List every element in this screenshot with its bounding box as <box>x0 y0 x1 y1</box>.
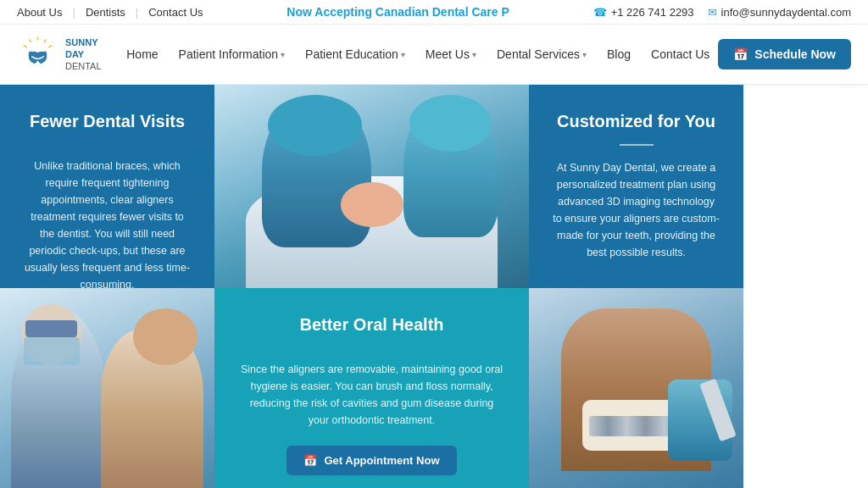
calendar-icon: 📅 <box>733 47 748 61</box>
svg-line-2 <box>48 45 52 47</box>
nav-blog[interactable]: Blog <box>598 42 639 66</box>
better-health-card: Better Oral Health Since the aligners ar… <box>214 288 529 488</box>
better-health-title: Better Oral Health <box>299 313 443 336</box>
logo-icon <box>17 33 58 75</box>
nav-meet-us[interactable]: Meet Us ▾ <box>417 42 485 66</box>
phone-icon: ☎ <box>593 6 607 19</box>
svg-line-3 <box>30 39 31 42</box>
announcement-text: Now Accepting Canadian Dental Care P <box>203 5 593 19</box>
main-nav: Home Patient Information ▾ Patient Educa… <box>118 42 718 66</box>
chevron-down-icon: ▾ <box>582 50 587 59</box>
svg-line-4 <box>24 45 27 47</box>
customized-card: Customized for You At Sunny Day Dental, … <box>529 85 743 288</box>
customized-text: At Sunny Day Dental, we create a persona… <box>553 159 720 261</box>
top-bar: About Us | Dentists | Contact Us Now Acc… <box>0 0 868 25</box>
chevron-down-icon: ▾ <box>472 50 476 59</box>
nav-contact[interactable]: Contact Us <box>643 42 718 66</box>
calendar-icon-2: 📅 <box>303 454 317 467</box>
braces-image <box>529 288 743 488</box>
get-appointment-button[interactable]: 📅 Get Appointment Now <box>287 446 456 475</box>
separator-1: | <box>72 6 75 19</box>
dentist-patient-image <box>0 288 214 488</box>
email-info: ✉ info@sunnydaydental.com <box>708 6 851 19</box>
topbar-about-link[interactable]: About Us <box>17 6 62 19</box>
nav-patient-edu[interactable]: Patient Education ▾ <box>297 42 414 66</box>
topbar-contact-link[interactable]: Contact Us <box>148 6 203 19</box>
schedule-now-button[interactable]: 📅 Schedule Now <box>718 39 851 69</box>
nav-home[interactable]: Home <box>118 42 166 66</box>
top-bar-contact: ☎ +1 226 741 2293 ✉ info@sunnydaydental.… <box>593 6 851 19</box>
fewer-visits-card: Fewer Dental Visits Unlike traditional b… <box>0 85 214 288</box>
fewer-visits-title: Fewer Dental Visits <box>30 110 185 132</box>
topbar-dentists-link[interactable]: Dentists <box>86 6 125 19</box>
chevron-down-icon: ▾ <box>281 50 285 59</box>
separator-2: | <box>136 6 138 19</box>
phone-info: ☎ +1 226 741 2293 <box>593 6 694 19</box>
phone-number: +1 226 741 2293 <box>611 6 694 19</box>
svg-line-1 <box>44 39 46 42</box>
dental-procedure-image <box>214 85 529 288</box>
chevron-down-icon: ▾ <box>401 50 405 59</box>
better-health-text: Since the aligners are removable, mainta… <box>238 361 505 429</box>
fewer-visits-text: Unlike traditional braces, which require… <box>24 158 191 288</box>
customized-title: Customized for You <box>557 110 715 132</box>
card-divider-2 <box>620 144 654 146</box>
logo[interactable]: SUNNY DAY DENTAL <box>17 33 118 75</box>
email-icon: ✉ <box>708 6 717 19</box>
nav-bar: SUNNY DAY DENTAL Home Patient Informatio… <box>0 25 868 85</box>
nav-patient-info[interactable]: Patient Information ▾ <box>170 42 294 66</box>
logo-text: SUNNY DAY DENTAL <box>65 36 118 73</box>
nav-dental-services[interactable]: Dental Services ▾ <box>488 42 595 66</box>
email-address: info@sunnydaydental.com <box>721 6 851 19</box>
content-grid: Fewer Dental Visits Unlike traditional b… <box>0 85 868 488</box>
top-bar-links: About Us | Dentists | Contact Us <box>17 6 203 19</box>
